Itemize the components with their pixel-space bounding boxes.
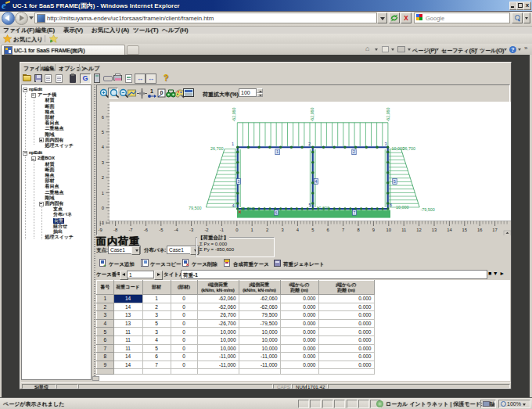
svg-text:13: 13 xyxy=(432,228,437,232)
svg-text:-8: -8 xyxy=(113,228,117,232)
svg-text:15: 15 xyxy=(462,228,467,232)
svg-text:3: 3 xyxy=(384,142,386,146)
svg-text:2: 2 xyxy=(353,149,355,154)
svg-text:5: 5 xyxy=(102,130,104,135)
svg-text:9: 9 xyxy=(372,228,375,232)
svg-text:2: 2 xyxy=(102,175,104,180)
svg-text:14: 14 xyxy=(447,228,452,232)
svg-text:0: 0 xyxy=(160,90,164,95)
svg-text:-62,060: -62,060 xyxy=(386,107,390,121)
svg-text:6: 6 xyxy=(275,210,278,215)
svg-text:11: 11 xyxy=(401,228,406,232)
svg-text:79,500: 79,500 xyxy=(189,206,202,210)
svg-text:-5: -5 xyxy=(159,228,163,232)
svg-text:0: 0 xyxy=(102,206,104,210)
svg-text:-2: -2 xyxy=(204,228,208,232)
svg-text:7: 7 xyxy=(354,210,356,215)
svg-text:10,000: 10,000 xyxy=(396,205,409,210)
svg-text:7: 7 xyxy=(342,228,344,232)
svg-text:4: 4 xyxy=(315,179,318,184)
svg-text:-79,500: -79,500 xyxy=(421,207,435,212)
svg-text:5: 5 xyxy=(308,203,311,207)
svg-text:-1: -1 xyxy=(220,228,224,232)
svg-text:10,000: 10,000 xyxy=(241,206,254,211)
svg-text:3: 3 xyxy=(102,160,104,165)
svg-text:12: 12 xyxy=(416,228,421,232)
svg-text:0: 0 xyxy=(235,228,238,232)
svg-text:5: 5 xyxy=(394,179,396,184)
svg-text:3: 3 xyxy=(238,179,240,184)
svg-text:2: 2 xyxy=(308,142,311,146)
svg-text:26,700: 26,700 xyxy=(210,146,224,151)
svg-text:8: 8 xyxy=(357,228,359,232)
svg-text:6: 6 xyxy=(327,228,329,232)
svg-text:17: 17 xyxy=(492,228,497,232)
svg-text:1: 1 xyxy=(150,88,153,94)
svg-text:3: 3 xyxy=(281,228,283,232)
svg-text:4: 4 xyxy=(232,203,234,208)
svg-text:6: 6 xyxy=(390,203,392,207)
svg-text:16: 16 xyxy=(477,228,482,232)
svg-text:-6: -6 xyxy=(144,228,148,232)
svg-text:6: 6 xyxy=(102,115,104,120)
svg-text:1: 1 xyxy=(276,149,279,154)
svg-text:2: 2 xyxy=(266,228,268,232)
svg-text:10: 10 xyxy=(386,228,391,232)
svg-text:-4: -4 xyxy=(174,228,179,232)
svg-text:-3: -3 xyxy=(189,228,193,232)
svg-text:26,700: 26,700 xyxy=(403,146,416,151)
svg-text:-7: -7 xyxy=(128,228,132,232)
svg-text:-1: -1 xyxy=(100,221,104,225)
svg-text:5: 5 xyxy=(311,228,314,232)
svg-text:1: 1 xyxy=(251,228,253,232)
svg-text:1: 1 xyxy=(102,191,104,196)
svg-text:1: 1 xyxy=(232,142,234,146)
svg-text:10,000: 10,000 xyxy=(317,206,330,210)
svg-text:-62,060: -62,060 xyxy=(232,107,236,121)
svg-text:-62,060: -62,060 xyxy=(310,107,315,121)
svg-text:-9: -9 xyxy=(99,228,102,232)
